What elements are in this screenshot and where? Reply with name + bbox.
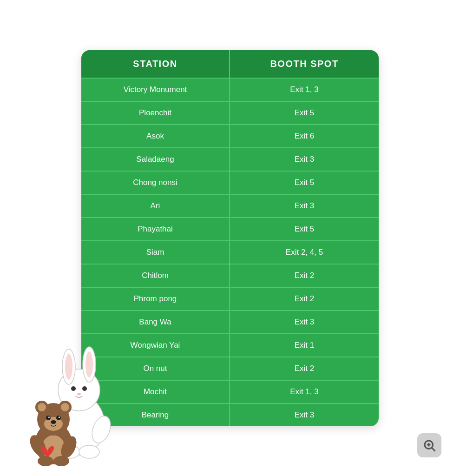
svg-point-12 [79,445,99,458]
table-row: On nutExit 2 [81,357,379,380]
booth-cell: Exit 2 [230,357,379,380]
booth-cell: Exit 2, 4, 5 [230,241,379,264]
table-row: SiamExit 2, 4, 5 [81,240,379,264]
svg-point-28 [38,456,53,466]
booth-cell: Exit 1, 3 [230,381,379,403]
table-row: AriExit 3 [81,194,379,217]
booth-cell: Exit 2 [230,288,379,310]
station-cell: Phrom pong [81,288,230,310]
table-row: ChitlomExit 2 [81,264,379,287]
station-cell: Phayathai [81,218,230,240]
table-row: Chong nonsiExit 5 [81,171,379,194]
booth-cell: Exit 2 [230,264,379,287]
station-cell: Asok [81,125,230,147]
booth-cell: Exit 5 [230,172,379,194]
station-cell: Chitlom [81,264,230,287]
station-cell: Ari [81,195,230,217]
booth-cell: Exit 5 [230,102,379,124]
svg-line-31 [432,448,435,451]
svg-point-4 [65,354,72,380]
svg-point-7 [82,386,87,391]
station-table: STATION BOOTH SPOT Victory MonumentExit … [81,50,379,426]
table-row: PloenchitExit 5 [81,101,379,124]
svg-point-8 [77,393,81,396]
table-row: AsokExit 6 [81,124,379,147]
svg-point-21 [46,416,51,420]
booth-spot-column-header: BOOTH SPOT [230,50,379,78]
svg-point-22 [56,416,61,420]
station-cell: Ploenchit [81,102,230,124]
svg-point-23 [48,416,50,418]
mascot-illustration [14,337,116,467]
svg-point-25 [51,420,56,424]
table-row: BearingExit 3 [81,403,379,426]
station-cell: Saladaeng [81,148,230,171]
table-row: Bang WaExit 3 [81,310,379,333]
table-row: Victory MonumentExit 1, 3 [81,78,379,101]
table-row: SaladaengExit 3 [81,147,379,171]
table-row: MochitExit 1, 3 [81,380,379,403]
booth-cell: Exit 1 [230,334,379,357]
svg-point-19 [61,403,69,411]
table-row: PhayathaiExit 5 [81,217,379,240]
booth-cell: Exit 3 [230,404,379,426]
svg-point-18 [38,403,46,411]
station-cell: Bang Wa [81,311,230,333]
table-header: STATION BOOTH SPOT [81,50,379,78]
booth-cell: Exit 6 [230,125,379,147]
station-cell: Siam [81,241,230,264]
booth-cell: Exit 3 [230,311,379,333]
booth-cell: Exit 1, 3 [230,79,379,101]
booth-cell: Exit 3 [230,195,379,217]
station-cell: Chong nonsi [81,172,230,194]
booth-cell: Exit 3 [230,148,379,171]
svg-point-6 [71,386,76,391]
booth-cell: Exit 5 [230,218,379,240]
station-column-header: STATION [81,50,230,78]
table-row: Phrom pongExit 2 [81,287,379,310]
svg-point-5 [85,351,93,377]
svg-point-29 [53,456,69,466]
table-body: Victory MonumentExit 1, 3PloenchitExit 5… [81,78,379,426]
table-row: Wongwian YaiExit 1 [81,333,379,357]
zoom-icon [422,438,436,452]
station-cell: Victory Monument [81,79,230,101]
page-wrapper: STATION BOOTH SPOT Victory MonumentExit … [0,0,460,476]
svg-point-24 [59,416,60,418]
zoom-button[interactable] [417,433,441,457]
